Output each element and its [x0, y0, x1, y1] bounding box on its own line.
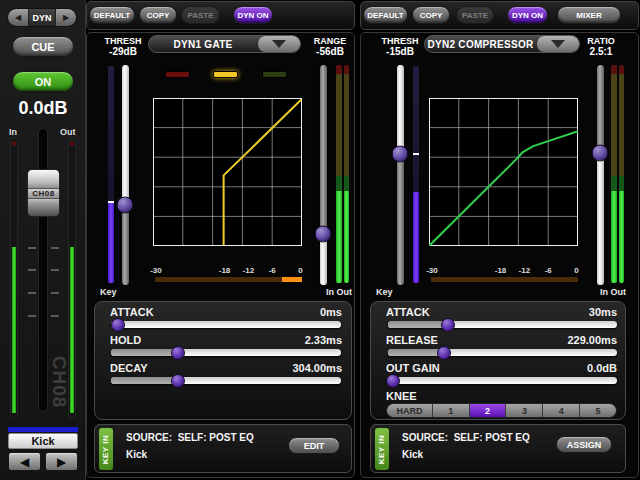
fader-cap-label: CH08	[28, 188, 59, 199]
channel-name-label: Kick	[8, 433, 78, 449]
comp-attack-slider[interactable]	[388, 321, 617, 328]
channel-on-button[interactable]: ON	[12, 71, 74, 92]
comp-ratio-knob[interactable]	[592, 145, 609, 162]
attack-value: 30ms	[517, 306, 617, 318]
gate-params-panel	[94, 301, 352, 420]
gate-thresh-slider[interactable]	[122, 65, 129, 285]
ratio-label: RATIO	[578, 36, 624, 46]
next-channel-button[interactable]: ▶	[45, 452, 78, 471]
comp-default-button[interactable]: DEFAULT	[363, 6, 408, 24]
knee-label: KNEE	[386, 390, 417, 402]
gate-keyin-channel: Kick	[126, 449, 147, 460]
scale-tick: -6	[545, 266, 552, 275]
scale-tick: -12	[519, 266, 531, 275]
chevron-down-icon	[551, 40, 565, 48]
next-block-button[interactable]: ▶	[56, 9, 76, 26]
comp-outgain-slider[interactable]	[388, 377, 617, 384]
gate-led-green	[262, 71, 287, 78]
comp-type-dropdown[interactable]: DYN2 COMPRESSOR	[424, 35, 580, 53]
threshold-marker	[413, 153, 419, 155]
gate-thresh-readout: THRESH -29dB	[96, 36, 150, 57]
knee-option-hard[interactable]: HARD	[387, 404, 433, 417]
knee-option-2[interactable]: 2	[470, 404, 507, 417]
comp-db-scale: -30 -18 -12 -6 0	[429, 266, 578, 275]
slider-fill	[597, 153, 604, 285]
gate-range-knob[interactable]	[315, 226, 332, 243]
comp-thresh-slider[interactable]	[397, 65, 404, 285]
comp-ratio-slider[interactable]	[597, 65, 604, 285]
channel-id-watermark: CH08	[52, 351, 70, 413]
gate-hold-slider[interactable]	[111, 349, 341, 356]
gate-dyn-on-button[interactable]: DYN ON	[233, 6, 273, 24]
key-caption: Key	[100, 287, 117, 297]
comp-attack-knob[interactable]	[441, 318, 455, 332]
gate-type-dropdown[interactable]: DYN1 GATE	[148, 35, 301, 53]
gate-default-button[interactable]: DEFAULT	[89, 6, 135, 24]
comp-copy-button[interactable]: COPY	[412, 6, 450, 24]
slider-fill	[397, 65, 404, 154]
comp-keyin-source: SOURCE: SELF: POST EQ	[402, 432, 530, 443]
gate-led-red	[165, 71, 190, 78]
knee-option-4[interactable]: 4	[543, 404, 580, 417]
gate-attack-slider[interactable]	[111, 321, 341, 328]
comp-in-meter	[611, 65, 617, 283]
channel-color-bar	[8, 427, 78, 432]
channel-fader-handle[interactable]: CH08	[27, 169, 60, 217]
comp-keyin-channel: Kick	[402, 449, 423, 460]
gate-db-scale: -30 -18 -12 -6 0	[153, 266, 302, 275]
scale-tick: -12	[243, 266, 255, 275]
attack-value: 0ms	[242, 306, 342, 318]
scale-tick: -30	[150, 266, 162, 275]
comp-thresh-knob[interactable]	[392, 146, 409, 163]
dropdown-button[interactable]	[257, 36, 300, 52]
attack-label: ATTACK	[386, 306, 430, 318]
gate-key-meter	[108, 66, 114, 283]
gate-range-readout: RANGE -56dB	[306, 36, 354, 57]
decay-label: DECAY	[110, 362, 148, 374]
comp-curve	[429, 131, 578, 246]
prev-channel-button[interactable]: ◀	[8, 452, 41, 471]
fader-tick	[28, 315, 36, 317]
fader-tick	[28, 269, 36, 271]
mixer-button[interactable]: MIXER	[557, 6, 621, 24]
gate-led-yellow	[213, 71, 238, 78]
knee-option-3[interactable]: 3	[506, 404, 543, 417]
cue-button[interactable]: CUE	[12, 36, 74, 57]
ratio-value: 2.5:1	[578, 46, 624, 57]
gate-keyin-edit-button[interactable]: EDIT	[288, 437, 340, 454]
gate-in-meter	[336, 65, 342, 283]
gate-copy-button[interactable]: COPY	[139, 6, 177, 24]
hold-label: HOLD	[110, 334, 141, 346]
gate-decay-knob[interactable]	[171, 374, 185, 388]
keyin-tab-label: KEY IN	[102, 434, 111, 464]
comp-dyn-on-button[interactable]: DYN ON	[507, 6, 548, 24]
gate-attack-knob[interactable]	[111, 318, 125, 332]
scale-tick: 0	[574, 266, 578, 275]
fader-tick	[51, 247, 59, 249]
gate-thresh-knob[interactable]	[117, 196, 134, 213]
knee-option-5[interactable]: 5	[580, 404, 616, 417]
release-value: 229.00ms	[517, 334, 617, 346]
comp-paste-button[interactable]: PASTE	[456, 6, 494, 24]
gate-decay-slider[interactable]	[111, 377, 341, 384]
knee-option-1[interactable]: 1	[433, 404, 470, 417]
slider-fill	[388, 349, 444, 356]
dropdown-button[interactable]	[536, 36, 579, 52]
comp-transfer-graph	[429, 98, 578, 246]
fader-tick	[51, 269, 59, 271]
key-meter-fill	[413, 192, 419, 283]
release-label: RELEASE	[386, 334, 438, 346]
gate-range-slider[interactable]	[320, 65, 327, 285]
gate-paste-button[interactable]: PASTE	[181, 6, 220, 24]
gate-curve	[224, 99, 302, 245]
comp-outgain-knob[interactable]	[386, 374, 400, 388]
prev-block-button[interactable]: ◀	[8, 9, 28, 26]
comp-keyin-assign-button[interactable]: ASSIGN	[556, 436, 612, 453]
keyin-tab: KEY IN	[375, 428, 389, 470]
comp-release-slider[interactable]	[388, 349, 617, 356]
processing-block-selector: ◀ DYN ▶	[7, 8, 77, 27]
comp-release-knob[interactable]	[437, 346, 451, 360]
slider-fill	[111, 377, 178, 384]
block-label: DYN	[28, 9, 56, 26]
gate-hold-knob[interactable]	[171, 346, 185, 360]
